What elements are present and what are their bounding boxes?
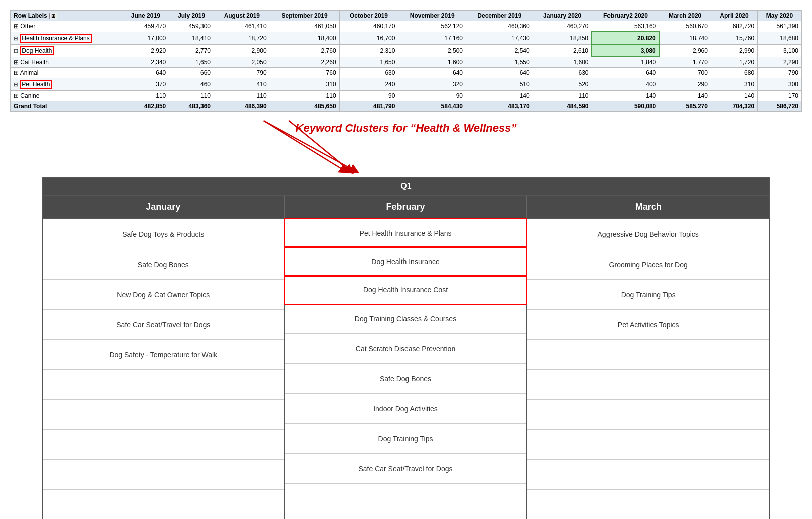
march-cell <box>527 490 769 519</box>
march-cell: Dog Training Tips <box>527 280 769 310</box>
pivot-cell: 520 <box>533 78 592 91</box>
pivot-cell: 3,100 <box>758 44 802 57</box>
pivot-cell: 660 <box>169 68 214 78</box>
pivot-cell: 110 <box>169 91 214 101</box>
pivot-cell: 1,550 <box>466 57 533 68</box>
pivot-cell: 630 <box>339 68 398 78</box>
filter-button[interactable]: ⊞ <box>49 13 57 19</box>
pivot-cell: 18,400 <box>270 32 339 44</box>
pivot-cell: 2,260 <box>270 57 339 68</box>
pivot-cell: 460 <box>169 78 214 91</box>
pivot-cell: 310 <box>270 78 339 91</box>
pivot-cell: 2,290 <box>758 57 802 68</box>
pivot-cell: 640 <box>466 68 533 78</box>
pivot-cell: 90 <box>339 91 398 101</box>
pivot-cell: 2,610 <box>533 44 592 57</box>
march-col: Aggressive Dog Behavior TopicsGrooming P… <box>527 219 769 519</box>
col-header-feb2020: February2 2020 <box>592 11 659 21</box>
pivot-table: Row Labels ⊞ June 2019 July 2019 August … <box>10 10 802 112</box>
pivot-cell: 2,960 <box>659 44 711 57</box>
february-cell: Safe Dog Bones <box>285 364 526 394</box>
q1-calendar: Q1 January February March Safe Dog Toys … <box>42 177 770 519</box>
january-cell: Safe Dog Toys & Products <box>43 219 284 249</box>
january-col: Safe Dog Toys & ProductsSafe Dog BonesNe… <box>43 219 285 519</box>
january-cell <box>43 430 284 460</box>
grand-total-cell: 704,320 <box>711 101 757 112</box>
pivot-cell: 20,820 <box>592 32 659 44</box>
january-header: January <box>43 196 285 218</box>
col-header-oct2019: October 2019 <box>339 11 398 21</box>
pivot-cell: 2,920 <box>122 44 169 57</box>
pivot-cell: 2,310 <box>339 44 398 57</box>
pivot-cell: 17,430 <box>466 32 533 44</box>
grand-total-cell: 585,270 <box>659 101 711 112</box>
march-cell: Grooming Places for Dog <box>527 249 769 280</box>
february-cell: Dog Health Insurance Cost <box>284 275 527 305</box>
pivot-cell: 1,650 <box>169 57 214 68</box>
pivot-cell: 640 <box>398 68 466 78</box>
pivot-cell: 18,720 <box>214 32 270 44</box>
pivot-cell: 461,050 <box>270 21 339 32</box>
col-header-jul2019: July 2019 <box>169 11 214 21</box>
pivot-cell: 1,650 <box>339 57 398 68</box>
col-header-row-labels[interactable]: Row Labels ⊞ <box>11 11 122 21</box>
grand-total-cell: 481,790 <box>339 101 398 112</box>
col-header-aug2019: August 2019 <box>214 11 270 21</box>
january-cell: Safe Car Seat/Travel for Dogs <box>43 310 284 340</box>
pivot-cell: 460,170 <box>339 21 398 32</box>
pivot-cell: 459,470 <box>122 21 169 32</box>
pivot-cell: 1,770 <box>659 57 711 68</box>
pivot-row-label: ⊞ Canine <box>11 91 122 101</box>
pivot-cell: 170 <box>758 91 802 101</box>
february-cell: Cat Scratch Disease Prevention <box>285 334 526 364</box>
pivot-cell: 17,160 <box>398 32 466 44</box>
february-header: February <box>285 196 527 218</box>
pivot-cell: 630 <box>533 68 592 78</box>
col-header-sep2019: September 2019 <box>270 11 339 21</box>
pivot-cell: 2,900 <box>214 44 270 57</box>
march-cell <box>527 430 769 460</box>
col-header-jun2019: June 2019 <box>122 11 169 21</box>
col-header-mar2020: March 2020 <box>659 11 711 21</box>
grand-total-cell: 584,430 <box>398 101 466 112</box>
pivot-row-label: ⊞ Animal <box>11 68 122 78</box>
pivot-cell: 370 <box>122 78 169 91</box>
pivot-cell: 640 <box>592 68 659 78</box>
pivot-cell: 1,840 <box>592 57 659 68</box>
grand-total-cell: 484,590 <box>533 101 592 112</box>
pivot-cell: 400 <box>592 78 659 91</box>
february-cell: Dog Training Classes & Courses <box>285 304 526 334</box>
january-cell <box>43 370 284 400</box>
february-cell: Safe Car Seat/Travel for Dogs <box>285 454 526 484</box>
pivot-cell: 110 <box>122 91 169 101</box>
february-cell: Dog Health Insurance <box>284 246 527 277</box>
pivot-cell: 2,540 <box>466 44 533 57</box>
q1-title: Q1 <box>43 178 769 196</box>
february-cell <box>285 484 526 514</box>
col-header-apr2020: April 2020 <box>711 11 757 21</box>
pivot-cell: 410 <box>214 78 270 91</box>
pivot-cell: 460,270 <box>533 21 592 32</box>
pivot-cell: 17,000 <box>122 32 169 44</box>
grand-total-cell: 486,390 <box>214 101 270 112</box>
pivot-cell: 461,410 <box>214 21 270 32</box>
pivot-row-label: ⊞ Pet Health <box>11 78 122 91</box>
pivot-cell: 2,770 <box>169 44 214 57</box>
annotation-text: Keyword Clusters for “Health & Wellness” <box>50 117 762 135</box>
pivot-cell: 2,990 <box>711 44 757 57</box>
february-cell: Indoor Dog Activities <box>285 394 526 424</box>
pivot-cell: 2,340 <box>122 57 169 68</box>
annotation-area: Keyword Clusters for “Health & Wellness” <box>50 117 762 177</box>
pivot-cell: 290 <box>659 78 711 91</box>
january-cell <box>43 460 284 490</box>
march-cell <box>527 370 769 400</box>
col-header-may2020: May 2020 <box>758 11 802 21</box>
pivot-cell: 2,500 <box>398 44 466 57</box>
grand-total-cell: 586,720 <box>758 101 802 112</box>
pivot-cell: 682,720 <box>711 21 757 32</box>
grand-total-cell: 483,360 <box>169 101 214 112</box>
pivot-cell: 18,680 <box>758 32 802 44</box>
pivot-row-label: ⊞ Health Insurance & Plans <box>11 32 122 44</box>
pivot-cell: 140 <box>466 91 533 101</box>
pivot-cell: 2,050 <box>214 57 270 68</box>
